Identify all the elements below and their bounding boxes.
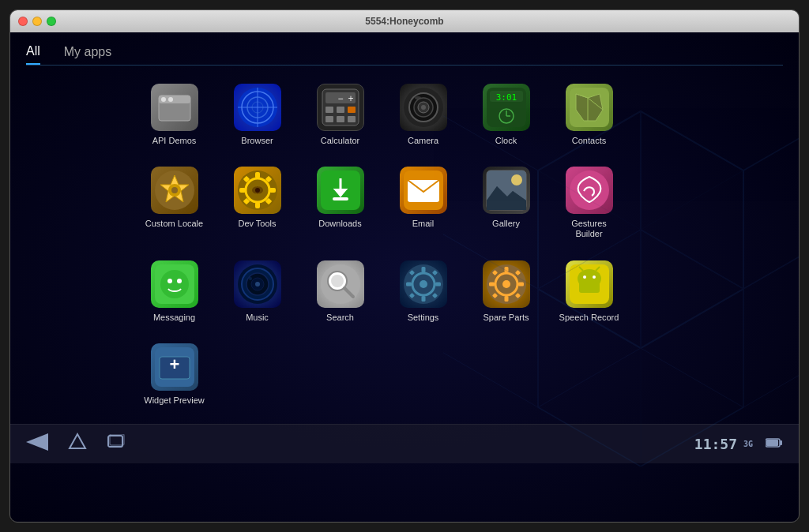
app-label-dev-tools: Dev Tools: [238, 219, 276, 229]
app-music[interactable]: Music: [220, 254, 295, 329]
svg-text:−: −: [337, 93, 343, 104]
svg-marker-117: [26, 433, 48, 451]
app-icon-email: [400, 167, 447, 214]
close-button[interactable]: [18, 17, 28, 26]
svg-point-74: [177, 279, 182, 283]
svg-point-79: [255, 282, 260, 287]
window-controls: [18, 17, 56, 26]
app-calculator[interactable]: + − Calculator: [303, 77, 378, 152]
window-title: 5554:Honeycomb: [365, 16, 443, 27]
app-icon-downloads: [317, 167, 364, 214]
app-label-messaging: Messaging: [153, 313, 195, 323]
tab-all[interactable]: All: [26, 44, 40, 65]
svg-point-44: [171, 187, 178, 193]
home-button[interactable]: [68, 433, 87, 455]
app-icon-widget-preview: +: [151, 343, 198, 391]
svg-rect-49: [255, 202, 260, 208]
app-widget-preview[interactable]: + Widget Preview: [137, 337, 212, 412]
svg-rect-91: [435, 282, 441, 286]
tabs-container: All My apps: [26, 44, 783, 65]
svg-point-87: [420, 280, 427, 288]
top-bar: All My apps: [10, 32, 799, 66]
svg-point-34: [415, 96, 421, 99]
app-label-api-demos: API Demos: [152, 136, 197, 146]
svg-text:+: +: [169, 354, 179, 374]
back-button[interactable]: [26, 433, 48, 455]
app-icon-dev-tools: [234, 167, 281, 214]
app-label-widget-preview: Widget Preview: [144, 395, 204, 406]
app-label-browser: Browser: [241, 136, 273, 146]
app-icon-api-demos: [151, 84, 198, 131]
app-downloads[interactable]: Downloads: [303, 160, 378, 245]
app-icon-messaging: [151, 260, 198, 308]
app-label-custom-locale: Custom Locale: [145, 219, 203, 229]
svg-marker-4: [641, 230, 799, 407]
hexagon-background: [443, 72, 799, 466]
svg-point-33: [421, 105, 426, 110]
app-icon-search: [317, 260, 364, 308]
svg-marker-5: [443, 230, 641, 407]
svg-rect-88: [421, 267, 425, 272]
titlebar: 5554:Honeycomb: [10, 10, 799, 32]
svg-rect-61: [333, 197, 348, 200]
svg-rect-50: [239, 188, 246, 193]
svg-rect-28: [348, 116, 356, 122]
svg-rect-23: [325, 107, 333, 113]
svg-point-83: [331, 275, 344, 287]
app-icon-browser: [234, 84, 281, 131]
app-label-email: Email: [412, 219, 435, 229]
svg-point-57: [255, 188, 260, 193]
android-screen: All My apps API Dem: [10, 32, 799, 522]
minimize-button[interactable]: [32, 17, 42, 26]
app-label-music: Music: [246, 313, 269, 323]
svg-point-12: [168, 97, 173, 102]
app-icon-settings: [400, 260, 447, 308]
nav-buttons: [26, 433, 126, 455]
svg-rect-24: [337, 107, 344, 113]
svg-rect-90: [406, 282, 412, 286]
svg-marker-3: [443, 111, 641, 289]
app-api-demos[interactable]: API Demos: [137, 77, 212, 152]
svg-rect-26: [325, 116, 333, 122]
app-browser[interactable]: Browser: [220, 77, 295, 152]
svg-rect-51: [269, 188, 276, 193]
tab-myapps[interactable]: My apps: [64, 45, 111, 64]
app-dev-tools[interactable]: Dev Tools: [220, 160, 295, 245]
app-icon-camera: [400, 84, 447, 131]
app-icon-custom-locale: [151, 167, 198, 214]
app-search[interactable]: Search: [303, 254, 378, 329]
svg-point-73: [167, 279, 172, 283]
app-label-camera: Camera: [408, 136, 438, 146]
svg-marker-118: [70, 434, 85, 448]
app-label-calculator: Calculator: [321, 136, 360, 146]
app-icon-music: [234, 260, 281, 308]
maximize-button[interactable]: [47, 17, 56, 26]
svg-point-11: [161, 97, 166, 102]
svg-rect-27: [337, 116, 344, 122]
app-messaging[interactable]: Messaging: [137, 254, 212, 329]
svg-point-72: [160, 270, 189, 298]
svg-rect-89: [421, 296, 425, 302]
app-label-search: Search: [326, 313, 354, 323]
recent-button[interactable]: [107, 434, 126, 454]
mac-window: 5554:Honeycomb All My apps: [9, 9, 800, 523]
svg-marker-1: [641, 111, 799, 289]
app-custom-locale[interactable]: Custom Locale: [137, 160, 212, 245]
svg-point-80: [249, 277, 252, 280]
svg-rect-48: [255, 172, 260, 178]
app-label-downloads: Downloads: [318, 219, 361, 229]
app-label-settings: Settings: [408, 313, 439, 323]
svg-text:+: +: [348, 93, 353, 104]
svg-rect-25: [348, 107, 356, 113]
app-icon-calculator: + −: [317, 84, 364, 131]
